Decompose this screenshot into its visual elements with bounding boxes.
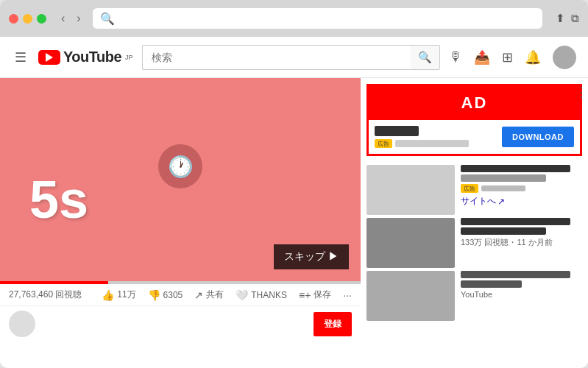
site-link[interactable]: サイトへ ↗ (461, 195, 582, 208)
rec-ad-badge: 広告 (461, 184, 478, 193)
youtube-logo[interactable]: YouTubeJP (38, 49, 133, 66)
save-icon: ≡+ (299, 289, 311, 301)
clock-icon: 🕐 (158, 144, 202, 188)
rec-info: 広告 サイトへ ↗ (461, 165, 582, 208)
ad-banner: AD 広告 DOWNLOAD (366, 84, 582, 156)
address-input[interactable] (119, 13, 535, 24)
channel-info: 登録 (0, 306, 361, 342)
share-icon[interactable]: ⬆ (556, 12, 565, 25)
browser-titlebar: ‹ › 🔍 ⬆ ⧉ (0, 0, 588, 37)
main-content: 🕐 5s スキップ ▶ 27,763,460 回視聴 👍 11万 (0, 78, 588, 368)
rec-thumbnail (366, 218, 455, 268)
rec-title (461, 271, 570, 278)
nav-buttons: ‹ › (57, 9, 85, 28)
maximize-button[interactable] (37, 14, 46, 24)
sidebar-more-button[interactable]: ⋮ (575, 84, 588, 100)
list-item: YouTube (366, 271, 582, 321)
rec-channel: YouTube (461, 290, 582, 299)
rec-info: 133万 回視聴・11 か月前 (461, 218, 582, 248)
save-label: 保存 (314, 289, 331, 301)
channel-avatar[interactable] (9, 311, 35, 337)
clock-face: 🕐 (168, 155, 194, 179)
ad-badge: 広告 (375, 139, 392, 148)
dislike-count: 6305 (163, 290, 183, 300)
youtube-page: ☰ YouTubeJP 🔍 🎙 📤 ⊞ 🔔 (0, 37, 588, 368)
like-count: 11万 (117, 289, 135, 301)
rec-title (461, 165, 570, 172)
browser-frame: ‹ › 🔍 ⬆ ⧉ ☰ YouTubeJP 🔍 🎙 📤 (0, 0, 588, 368)
rec-thumbnail (366, 271, 455, 321)
rec-thumbnail (366, 165, 455, 215)
recommended-list: 広告 サイトへ ↗ (366, 162, 588, 324)
apps-icon[interactable]: ⊞ (502, 49, 513, 66)
heart-icon: 🤍 (235, 289, 248, 301)
notifications-icon[interactable]: 🔔 (525, 49, 541, 66)
list-item: 広告 サイトへ ↗ (366, 165, 582, 215)
video-section: 🕐 5s スキップ ▶ 27,763,460 回視聴 👍 11万 (0, 78, 361, 368)
thanks-button[interactable]: 🤍 THANKS (235, 289, 287, 301)
upload-icon[interactable]: 📤 (474, 49, 490, 66)
ad-bottom: 広告 DOWNLOAD (369, 120, 580, 154)
share-button[interactable]: ↗ 共有 (194, 289, 224, 301)
sidebar: ⋮ AD 広告 DOWNLOAD (361, 78, 588, 368)
rec-ad-text (481, 185, 525, 191)
address-bar: 🔍 (93, 8, 542, 29)
video-info: 27,763,460 回視聴 👍 11万 👎 6305 ↗ 共有 (0, 284, 361, 306)
ad-description (395, 140, 469, 147)
minimize-button[interactable] (23, 14, 32, 24)
like-button[interactable]: 👍 11万 (102, 289, 135, 301)
browser-toolbar-icons: ⬆ ⧉ (556, 12, 579, 25)
search-button[interactable]: 🔍 (411, 45, 440, 70)
search-icon: 🔍 (100, 12, 115, 26)
traffic-lights (9, 14, 46, 24)
like-icon: 👍 (102, 289, 114, 301)
dislike-button[interactable]: 👎 6305 (148, 289, 183, 301)
more-icon: ··· (343, 289, 352, 301)
video-player[interactable]: 🕐 5s スキップ ▶ (0, 78, 361, 281)
download-button[interactable]: DOWNLOAD (502, 127, 574, 147)
site-link-label: サイトへ (461, 195, 496, 208)
dislike-icon: 👎 (148, 289, 160, 301)
more-button[interactable]: ··· (343, 289, 352, 301)
view-count: 27,763,460 回視聴 (9, 289, 82, 301)
search-input[interactable] (142, 45, 411, 70)
forward-button[interactable]: › (72, 9, 85, 28)
ad-thumbnail (375, 126, 419, 136)
close-button[interactable] (9, 14, 18, 24)
rec-title-2 (461, 280, 522, 288)
menu-icon[interactable]: ☰ (12, 46, 29, 68)
ad-label: AD (369, 86, 580, 120)
mic-icon[interactable]: 🎙 (449, 49, 462, 65)
youtube-logo-text: YouTube (63, 49, 121, 66)
rec-meta: 133万 回視聴・11 か月前 (461, 237, 582, 248)
window-icon[interactable]: ⧉ (571, 12, 579, 25)
share-icon: ↗ (194, 289, 203, 301)
countdown-text: 5s (29, 169, 88, 230)
rec-title-2 (461, 227, 546, 235)
skip-button[interactable]: スキップ ▶ (274, 244, 349, 269)
share-label: 共有 (206, 289, 224, 301)
search-bar: 🔍 (142, 45, 440, 70)
subscribe-button[interactable]: 登録 (314, 312, 352, 336)
rec-title (461, 218, 570, 225)
youtube-logo-icon (38, 50, 60, 65)
back-button[interactable]: ‹ (57, 9, 69, 28)
ad-info: 広告 (375, 126, 496, 148)
video-actions: 👍 11万 👎 6305 ↗ 共有 🤍 T (102, 289, 352, 301)
save-button[interactable]: ≡+ 保存 (299, 289, 331, 301)
external-icon: ↗ (497, 197, 505, 207)
rec-title-2 (461, 174, 546, 182)
list-item: 133万 回視聴・11 か月前 (366, 218, 582, 268)
avatar[interactable] (553, 46, 576, 69)
youtube-header: ☰ YouTubeJP 🔍 🎙 📤 ⊞ 🔔 (0, 37, 588, 78)
rec-info: YouTube (461, 271, 582, 299)
header-icons: 🎙 📤 ⊞ 🔔 (449, 46, 576, 69)
youtube-logo-jp: JP (125, 54, 133, 61)
thanks-label: THANKS (251, 290, 287, 300)
